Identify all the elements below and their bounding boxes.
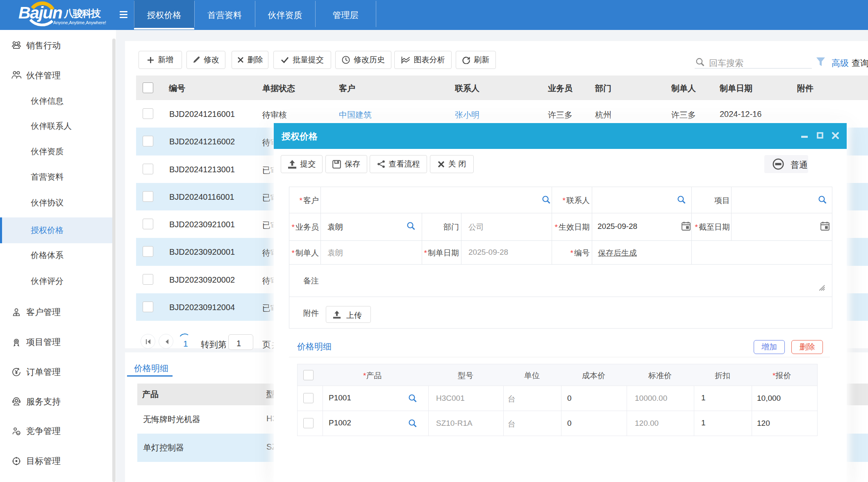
svg-text:Bajun: Bajun (18, 3, 62, 22)
svg-text:八骏科技: 八骏科技 (64, 8, 101, 19)
svg-text:Anyone,Anytime,Anywhere!: Anyone,Anytime,Anywhere! (53, 20, 106, 25)
svg-text:vs: vs (17, 432, 19, 434)
